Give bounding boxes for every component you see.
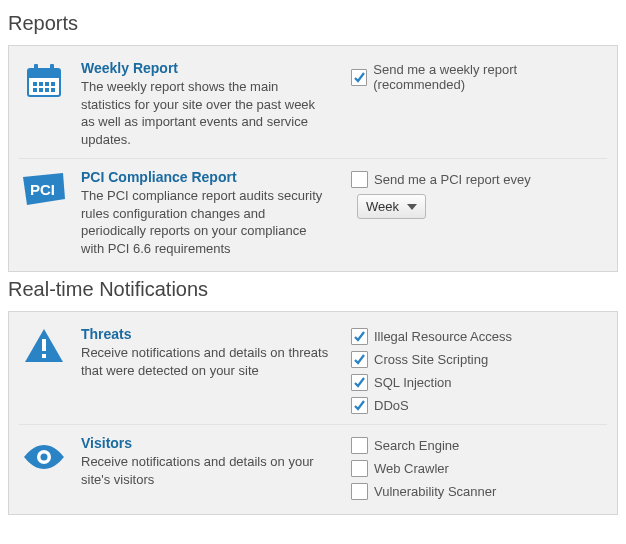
weekly-report-row: Weekly Report The weekly report shows th… <box>19 54 607 154</box>
option-checkbox[interactable]: SQL Injection <box>351 374 601 391</box>
pci-icon: PCI <box>19 169 69 211</box>
option-checkbox[interactable]: Cross Site Scripting <box>351 351 601 368</box>
weekly-report-title[interactable]: Weekly Report <box>81 60 178 76</box>
option-label: Search Engine <box>374 438 459 453</box>
option-label: SQL Injection <box>374 375 452 390</box>
checkbox-icon <box>351 460 368 477</box>
svg-rect-7 <box>51 82 55 86</box>
checkbox-icon <box>351 328 368 345</box>
svg-rect-4 <box>33 82 37 86</box>
svg-point-16 <box>41 454 48 461</box>
pci-report-checkbox-label: Send me a PCI report evey <box>374 172 531 187</box>
threats-row: Threats Receive notifications and detail… <box>19 320 607 420</box>
weekly-report-desc: The weekly report shows the main statist… <box>81 78 331 148</box>
option-checkbox[interactable]: Search Engine <box>351 437 601 454</box>
pci-frequency-select[interactable]: Week <box>357 194 426 219</box>
threats-desc: Receive notifications and details on thr… <box>81 344 331 379</box>
option-label: Cross Site Scripting <box>374 352 488 367</box>
svg-rect-2 <box>34 64 38 72</box>
svg-rect-8 <box>33 88 37 92</box>
threats-title[interactable]: Threats <box>81 326 132 342</box>
svg-rect-6 <box>45 82 49 86</box>
checkbox-icon <box>351 351 368 368</box>
visitors-options: Search EngineWeb CrawlerVulnerability Sc… <box>351 435 601 500</box>
pci-report-title[interactable]: PCI Compliance Report <box>81 169 237 185</box>
pci-report-checkbox[interactable]: Send me a PCI report evey <box>351 171 531 188</box>
pci-frequency-value: Week <box>366 199 399 214</box>
weekly-report-checkbox[interactable]: Send me a weekly report (recommended) <box>351 62 601 92</box>
svg-rect-10 <box>45 88 49 92</box>
eye-icon <box>19 435 69 475</box>
checkbox-icon <box>351 374 368 391</box>
alert-triangle-icon <box>19 326 69 366</box>
pci-report-row: PCI PCI Compliance Report The PCI compli… <box>19 163 607 263</box>
svg-rect-1 <box>28 69 60 78</box>
svg-rect-14 <box>42 354 46 358</box>
visitors-desc: Receive notifications and details on you… <box>81 453 331 488</box>
checkbox-icon <box>351 397 368 414</box>
svg-rect-3 <box>50 64 54 72</box>
visitors-row: Visitors Receive notifications and detai… <box>19 429 607 506</box>
svg-text:PCI: PCI <box>30 181 55 198</box>
reports-panel: Weekly Report The weekly report shows th… <box>8 45 618 272</box>
checkbox-icon <box>351 437 368 454</box>
chevron-down-icon <box>407 204 417 210</box>
option-label: DDoS <box>374 398 409 413</box>
option-checkbox[interactable]: DDoS <box>351 397 601 414</box>
option-checkbox[interactable]: Illegal Resource Access <box>351 328 601 345</box>
svg-rect-11 <box>51 88 55 92</box>
option-label: Web Crawler <box>374 461 449 476</box>
threats-options: Illegal Resource AccessCross Site Script… <box>351 326 601 414</box>
checkbox-icon <box>351 483 368 500</box>
option-checkbox[interactable]: Web Crawler <box>351 460 601 477</box>
svg-rect-13 <box>42 339 46 351</box>
svg-rect-9 <box>39 88 43 92</box>
svg-rect-5 <box>39 82 43 86</box>
option-label: Illegal Resource Access <box>374 329 512 344</box>
realtime-panel: Threats Receive notifications and detail… <box>8 311 618 515</box>
weekly-report-checkbox-label: Send me a weekly report (recommended) <box>373 62 601 92</box>
reports-heading: Reports <box>8 12 618 35</box>
realtime-heading: Real-time Notifications <box>8 278 618 301</box>
checkbox-icon <box>351 171 368 188</box>
pci-report-desc: The PCI compliance report audits securit… <box>81 187 331 257</box>
option-checkbox[interactable]: Vulnerability Scanner <box>351 483 601 500</box>
visitors-title[interactable]: Visitors <box>81 435 132 451</box>
option-label: Vulnerability Scanner <box>374 484 496 499</box>
calendar-icon <box>19 60 69 102</box>
checkbox-icon <box>351 69 367 86</box>
